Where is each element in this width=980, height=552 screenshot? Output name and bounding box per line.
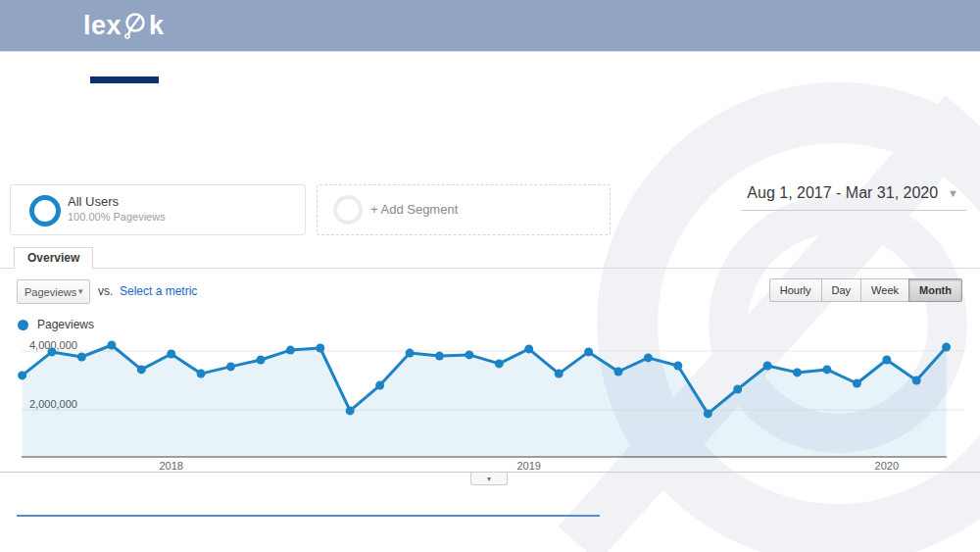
data-point-feb-2020[interactable] — [912, 376, 921, 385]
interval-button-day[interactable]: Day — [821, 278, 862, 302]
redacted-title-bar — [90, 76, 159, 83]
data-point-nov-2019[interactable] — [822, 365, 831, 374]
tab-overview[interactable]: Overview — [14, 247, 93, 269]
data-point-nov-2018[interactable] — [465, 350, 473, 359]
data-point-sep-2018[interactable] — [406, 349, 415, 358]
data-point-sep-2017[interactable] — [48, 347, 57, 356]
data-point-jun-2018[interactable] — [316, 344, 324, 353]
interval-button-week[interactable]: Week — [860, 278, 909, 302]
app-header: lex k — [0, 0, 980, 52]
logo-text-suffix: k — [149, 11, 165, 41]
tab-bar-divider — [0, 268, 980, 269]
data-point-oct-2019[interactable] — [793, 368, 802, 376]
data-point-may-2019[interactable] — [644, 353, 653, 362]
segment-subtitle: 100.00% Pageviews — [68, 211, 166, 223]
chevron-down-icon: ▼ — [76, 288, 84, 296]
metric-selector-label: Pageviews — [24, 286, 76, 298]
data-point-oct-2018[interactable] — [435, 352, 444, 361]
data-point-jul-2019[interactable] — [704, 409, 712, 418]
data-point-nov-2017[interactable] — [107, 341, 116, 350]
pageviews-line-chart[interactable]: 4,000,0002,000,000201820192020 — [0, 331, 980, 478]
data-point-jan-2018[interactable] — [167, 350, 175, 359]
interval-button-hourly[interactable]: Hourly — [769, 278, 822, 302]
data-point-aug-2018[interactable] — [375, 381, 384, 390]
x-axis-tick-label: 2018 — [159, 460, 182, 472]
data-point-dec-2017[interactable] — [137, 365, 146, 374]
data-point-feb-2018[interactable] — [197, 370, 206, 378]
x-axis-tick-label: 2019 — [516, 460, 540, 472]
select-a-metric-link[interactable]: Select a metric — [120, 284, 197, 298]
data-point-mar-2018[interactable] — [226, 362, 235, 371]
data-point-jan-2019[interactable] — [524, 344, 533, 353]
data-point-aug-2019[interactable] — [733, 385, 742, 394]
add-segment-label: + Add Segment — [370, 202, 458, 217]
chart-legend: Pageviews — [18, 318, 94, 331]
vs-label: vs. — [98, 284, 113, 298]
chevron-down-icon: ▼ — [486, 476, 493, 482]
empty-segment-ring-icon — [333, 195, 363, 225]
chart-container: 4,000,0002,000,000201820192020 — [0, 331, 980, 478]
data-point-jul-2018[interactable] — [346, 406, 355, 415]
magnifier-o-icon — [122, 11, 148, 40]
chart-collapse-button[interactable]: ▼ — [470, 473, 508, 485]
data-point-jan-2020[interactable] — [882, 356, 891, 365]
legend-dot-icon — [18, 320, 28, 330]
segment-title: All Users — [68, 194, 119, 209]
data-point-sep-2019[interactable] — [763, 362, 772, 371]
data-point-mar-2019[interactable] — [584, 347, 593, 356]
chevron-down-icon: ▼ — [948, 188, 958, 199]
area-fill — [23, 345, 947, 457]
data-point-mar-2020[interactable] — [942, 343, 951, 352]
segment-ring-icon — [29, 195, 61, 226]
data-point-dec-2019[interactable] — [853, 379, 861, 388]
interval-button-month[interactable]: Month — [908, 278, 962, 302]
add-segment-button[interactable]: + Add Segment — [317, 184, 611, 235]
logo-text-prefix: lex — [83, 11, 122, 41]
all-users-segment-card[interactable]: All Users 100.00% Pageviews — [10, 184, 306, 235]
data-point-may-2018[interactable] — [286, 346, 295, 355]
x-axis-tick-label: 2020 — [875, 460, 899, 472]
time-interval-button-group: Hourly Day Week Month — [769, 278, 962, 302]
data-point-feb-2019[interactable] — [555, 370, 564, 378]
legend-label: Pageviews — [37, 318, 94, 331]
analytics-overview-page: lex k All Users 100.00% Pageviews + Add … — [0, 0, 980, 552]
footer-accent-line — [17, 515, 600, 517]
data-point-apr-2018[interactable] — [257, 356, 266, 365]
data-point-dec-2018[interactable] — [495, 359, 504, 368]
lexok-logo: lex k — [83, 9, 165, 42]
data-point-oct-2017[interactable] — [77, 353, 86, 362]
data-point-aug-2017[interactable] — [18, 371, 26, 379]
data-point-jun-2019[interactable] — [673, 362, 682, 371]
date-range-selector[interactable]: Aug 1, 2017 - Mar 31, 2020 ▼ — [741, 184, 966, 211]
metric-selector-dropdown[interactable]: Pageviews ▼ — [17, 279, 90, 304]
data-point-apr-2019[interactable] — [614, 368, 623, 376]
date-range-label: Aug 1, 2017 - Mar 31, 2020 — [747, 184, 938, 202]
